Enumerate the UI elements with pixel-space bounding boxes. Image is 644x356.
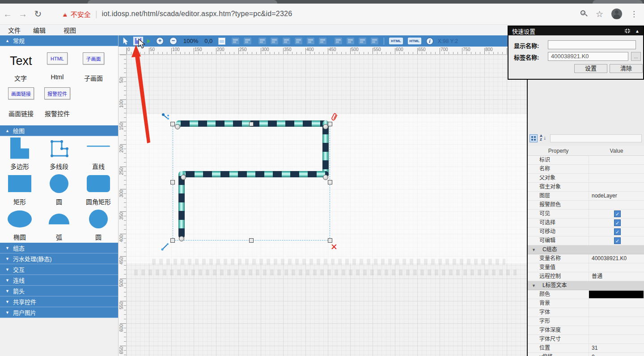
property-value[interactable]: 400038921.K0 [589, 254, 644, 263]
palette-item-rect[interactable]: 矩形 [0, 172, 39, 208]
property-value[interactable] [589, 156, 644, 164]
property-row[interactable]: 变量值 [528, 263, 644, 272]
menu-file[interactable]: 文件 [8, 26, 21, 34]
property-value[interactable]: ✓ [589, 219, 644, 227]
quick-settings-header[interactable]: 快速设置 ▲ [508, 26, 643, 35]
palette-item-html[interactable]: HTML [47, 52, 68, 64]
palette-item-polyline[interactable]: 多线段 [39, 137, 79, 172]
checkbox-checked[interactable]: ✓ [614, 228, 621, 235]
property-row[interactable]: 名称 [528, 165, 644, 174]
property-value[interactable] [589, 317, 644, 326]
pipe-segment-middle[interactable] [181, 171, 329, 177]
browser-tab[interactable] [593, 0, 643, 4]
collapse-panel-icon[interactable]: ▲ [635, 29, 640, 34]
tag-name-input[interactable]: 400038921.K0 [548, 52, 628, 61]
zoom-out-page-icon[interactable] [580, 10, 588, 17]
pipe-joint[interactable] [175, 124, 180, 129]
browser-tab[interactable] [88, 0, 277, 4]
palette-item-text[interactable]: Text [10, 54, 32, 68]
html-source-button[interactable]: HTML [408, 38, 421, 44]
bookmark-star-icon[interactable]: ☆ [596, 10, 603, 18]
run-button[interactable] [147, 39, 150, 43]
property-value[interactable] [589, 299, 644, 308]
property-row[interactable]: 可编辑✓ [528, 236, 644, 245]
property-value[interactable]: ✓ [589, 236, 644, 245]
property-value[interactable] [589, 183, 644, 191]
zoom-out-button[interactable]: − [169, 37, 177, 45]
property-row[interactable]: 可见✓ [528, 210, 644, 219]
property-value[interactable]: 普通 [589, 272, 644, 281]
property-group-L标签文本[interactable]: ▼L标签文本 [528, 281, 644, 290]
pipe-joint[interactable] [179, 236, 184, 241]
selection-handle[interactable] [328, 122, 332, 126]
palette-item-ellipse[interactable]: 椭圆 [0, 208, 39, 243]
property-value[interactable]: ✓ [589, 210, 644, 218]
property-row[interactable]: 可选择✓ [528, 219, 644, 227]
property-row[interactable]: 位置31 [528, 344, 644, 353]
property-row[interactable]: 远程控制普通 [528, 272, 644, 281]
property-value[interactable] [589, 174, 644, 182]
property-value[interactable] [589, 290, 644, 299]
menu-view[interactable]: 视图 [64, 26, 76, 34]
property-value[interactable] [589, 335, 644, 343]
sidebar-section-sewage-static[interactable]: ▼污水处理(静态) [0, 253, 118, 264]
browser-menu-icon[interactable]: ⋮ [630, 9, 638, 19]
sidebar-section-arrow[interactable]: ▼箭头 [0, 286, 118, 296]
color-swatch[interactable] [589, 291, 644, 298]
property-row[interactable]: x偏移0 [528, 353, 644, 356]
edit-vertices-icon[interactable] [161, 113, 170, 121]
palette-item-rounded-rect[interactable]: 圆角矩形 [79, 172, 118, 208]
selection-handle[interactable] [249, 122, 254, 126]
zoom-in-button[interactable]: + [156, 37, 164, 45]
property-row[interactable]: 宿主对象 [528, 183, 644, 192]
sidebar-section-shared-controls[interactable]: ▼共享控件 [0, 296, 118, 307]
selection-handle[interactable] [170, 180, 175, 184]
palette-item-screenlink[interactable]: 画面链接 [8, 87, 34, 99]
property-value[interactable] [589, 263, 644, 272]
dock-panel-icon[interactable] [624, 28, 631, 34]
html-view-button[interactable]: HTML [389, 38, 402, 44]
sort-alphabetical-icon[interactable]: AZ↓ [539, 134, 548, 142]
property-row[interactable]: 父对象 [528, 174, 644, 183]
profile-avatar[interactable] [611, 9, 622, 19]
canvas-settings-icon[interactable] [218, 38, 225, 45]
set-button[interactable]: 设置 [574, 64, 607, 73]
property-row[interactable]: 字体 [528, 308, 644, 317]
property-row[interactable]: 颜色 [528, 290, 644, 299]
pipe-joint[interactable] [323, 175, 328, 180]
property-row[interactable]: 变量名称400038921.K0 [528, 254, 644, 263]
select-tool-icon[interactable] [123, 38, 129, 45]
line-tool-icon[interactable] [161, 243, 169, 251]
property-value[interactable] [589, 201, 644, 209]
checkbox-checked[interactable]: ✓ [614, 219, 621, 226]
menu-edit[interactable]: 编辑 [33, 26, 46, 34]
clear-button[interactable]: 清除 [610, 64, 643, 73]
palette-item-polygon[interactable]: 多边形 [0, 137, 39, 172]
property-value[interactable] [589, 308, 644, 317]
property-row[interactable]: 字形 [528, 317, 644, 326]
selection-handle[interactable] [249, 238, 254, 243]
property-row[interactable]: 图层nodeLayer [528, 192, 644, 201]
checkbox-checked[interactable]: ✓ [614, 210, 621, 217]
palette-item-circle[interactable]: 圆 [79, 208, 118, 243]
address-bar[interactable]: iot.idosp.net/html/scada/editor.aspx.htm… [102, 10, 292, 18]
property-value[interactable]: 0 [589, 353, 644, 356]
sidebar-section-drawing[interactable]: ▲ 绘图 [0, 125, 118, 136]
palette-item-arc[interactable]: 弧 [39, 208, 79, 243]
sidebar-section-user-images[interactable]: ▼用户图片 [0, 307, 118, 318]
design-canvas[interactable]: ✕ [127, 55, 527, 356]
palette-item-circle[interactable]: 圆 [39, 172, 79, 208]
pipe-joint[interactable] [181, 175, 186, 180]
display-name-input[interactable] [548, 40, 636, 49]
back-icon[interactable]: ← [0, 9, 15, 19]
pipe-segment-left[interactable] [178, 171, 185, 239]
property-row[interactable]: 报警颜色 [528, 201, 644, 210]
save-button[interactable] [133, 37, 143, 45]
sidebar-section-config[interactable]: ▼组态 [0, 243, 118, 253]
sidebar-section-interaction[interactable]: ▼交互 [0, 264, 118, 275]
property-value[interactable] [589, 165, 644, 173]
property-row[interactable]: 可移动✓ [528, 227, 644, 236]
delete-icon[interactable]: ✕ [330, 243, 338, 251]
selection-handle[interactable] [170, 122, 175, 126]
property-group-C组态[interactable]: ▼C组态 [528, 245, 644, 254]
